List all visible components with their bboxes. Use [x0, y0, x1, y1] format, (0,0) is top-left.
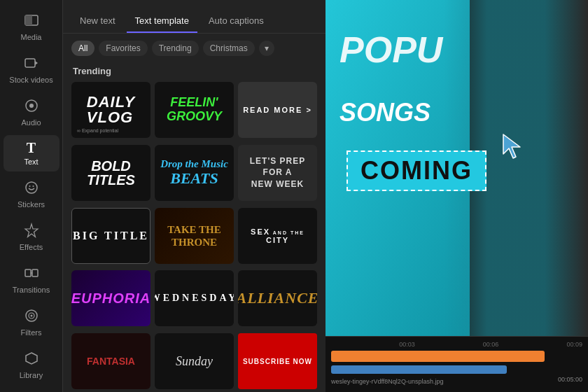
preview-coming-text: COMING: [346, 150, 486, 191]
template-lets-prep-text: LET'S PREPFOR ANEW WEEK: [250, 155, 306, 190]
tab-text-template[interactable]: Text template: [127, 10, 197, 33]
svg-marker-3: [35, 61, 38, 65]
tab-new-text[interactable]: New text: [71, 10, 124, 33]
template-beats[interactable]: Drop the MusicBEATS: [155, 145, 234, 201]
sidebar-item-label-library: Library: [20, 371, 43, 379]
template-sex-city[interactable]: SEX AND THE CITY: [238, 208, 317, 264]
text-panel: New text Text template Auto captions All…: [63, 0, 326, 392]
templates-grid: DAILYVLOG ∞ Expand potential FEELIN'GROO…: [63, 82, 326, 392]
effects-icon: [24, 223, 39, 240]
template-big-title-text: BIG TITLE: [73, 230, 149, 242]
template-subscribe[interactable]: SUBSCRIBE NOW: [238, 333, 317, 389]
timeline-marker-2: 00:06: [483, 341, 499, 348]
svg-rect-2: [25, 59, 35, 67]
sidebar-item-label-transitions: Transitions: [13, 286, 50, 294]
svg-point-7: [29, 186, 30, 187]
template-wednesday-text: WEDNESDAY: [155, 293, 234, 304]
template-alliance-text: ALLIANCE: [238, 289, 317, 307]
timeline-file-time: 00:05:00: [558, 376, 582, 385]
stock-videos-icon: [24, 55, 39, 73]
template-sex-city-text: SEX AND THE CITY: [238, 227, 317, 244]
template-lets-prep[interactable]: LET'S PREPFOR ANEW WEEK: [238, 145, 317, 201]
svg-marker-16: [503, 134, 520, 158]
template-feelin-groovy-text: FEELIN'GROOVY: [167, 96, 222, 124]
template-placeholder1[interactable]: FANTASIA: [71, 333, 150, 389]
template-read-more-text: READ MORE >: [243, 106, 312, 114]
svg-point-8: [32, 186, 34, 187]
filter-all[interactable]: All: [71, 41, 94, 56]
template-placeholder1-text: FANTASIA: [87, 356, 135, 367]
library-icon: [24, 351, 39, 368]
template-euphoria[interactable]: EUPHORIA: [71, 270, 150, 326]
template-sunday-text: Sunday: [176, 354, 213, 369]
svg-marker-15: [26, 353, 37, 364]
preview-popular-text: POPU: [340, 31, 442, 68]
template-bold-titles[interactable]: BOLDTITLES: [71, 145, 150, 201]
sidebar-item-label-text: Text: [24, 158, 38, 166]
sidebar-item-library[interactable]: Library: [4, 345, 59, 385]
preview-area: POPU SONGS COMING: [326, 0, 588, 336]
timeline-marker-3: 00:09: [566, 341, 582, 348]
svg-point-14: [30, 315, 32, 317]
sidebar-item-label-stickers: Stickers: [18, 200, 45, 209]
svg-marker-9: [25, 224, 38, 237]
template-take-throne[interactable]: TAKE THETHRONE: [155, 208, 234, 264]
template-wednesday[interactable]: WEDNESDAY: [155, 270, 234, 326]
svg-rect-10: [25, 270, 31, 276]
template-read-more[interactable]: READ MORE >: [238, 82, 317, 138]
timeline-markers: 00:03 00:06 00:09: [331, 341, 582, 348]
template-bold-titles-text: BOLDTITLES: [87, 159, 135, 187]
svg-point-6: [26, 182, 37, 193]
sidebar-item-label-effects: Effects: [20, 243, 43, 251]
template-take-throne-text: TAKE THETHRONE: [167, 223, 221, 248]
filter-christmas[interactable]: Christmas: [203, 41, 255, 56]
filter-more-dropdown[interactable]: ▾: [259, 41, 274, 56]
cursor-svg: [500, 133, 523, 160]
template-sunday[interactable]: Sunday: [155, 333, 234, 389]
filter-trending[interactable]: Trending: [152, 41, 199, 56]
tab-bar: New text Text template Auto captions: [63, 0, 326, 34]
template-subscribe-text: SUBSCRIBE NOW: [243, 358, 312, 365]
sidebar-item-text[interactable]: T Text: [4, 135, 59, 172]
chevron-down-icon: ▾: [265, 43, 269, 53]
sidebar-item-label-stock: Stock videos: [9, 76, 52, 84]
timeline-main-track[interactable]: [331, 351, 545, 362]
filter-bar: All Favorites Trending Christmas ▾: [63, 34, 326, 63]
sidebar-item-transitions[interactable]: Transitions: [4, 260, 59, 300]
sidebar-item-stock-videos[interactable]: Stock videos: [4, 50, 59, 90]
template-feelin-groovy[interactable]: FEELIN'GROOVY: [155, 82, 234, 138]
svg-rect-11: [32, 270, 38, 276]
svg-rect-1: [25, 15, 32, 25]
timeline: 00:03 00:06 00:09 wesley-tingey-rVdff8Nq…: [326, 336, 588, 392]
transitions-icon: [24, 265, 39, 283]
timeline-file-label: wesley-tingey-rVdff8Nql2Q-unsplash.jpg: [331, 378, 443, 385]
filter-favorites[interactable]: Favorites: [99, 41, 147, 56]
sidebar-item-stickers[interactable]: Stickers: [4, 174, 59, 214]
sidebar-item-label-media: Media: [21, 33, 42, 41]
svg-point-5: [29, 104, 34, 108]
preview-background: POPU SONGS COMING: [326, 0, 588, 336]
filters-icon: [24, 308, 39, 326]
template-alliance[interactable]: ALLIANCE: [238, 270, 317, 326]
sidebar-item-audio[interactable]: Audio: [4, 92, 59, 132]
template-daily-vlog-sub: ∞ Expand potential: [77, 128, 118, 134]
template-beats-text: Drop the MusicBEATS: [160, 158, 228, 187]
audio-icon: [24, 98, 39, 115]
preview-songs-text: SONGS: [340, 98, 430, 127]
template-daily-vlog-text: DAILYVLOG: [87, 94, 135, 125]
stickers-icon: [24, 180, 39, 197]
sidebar-item-label-audio: Audio: [21, 118, 41, 127]
template-euphoria-text: EUPHORIA: [71, 290, 150, 307]
timeline-secondary-track[interactable]: [331, 365, 507, 374]
tab-auto-captions[interactable]: Auto captions: [200, 10, 272, 33]
template-big-title[interactable]: BIG TITLE: [71, 208, 150, 264]
sidebar-item-label-filters: Filters: [21, 328, 42, 337]
sidebar: Media Stock videos Audio T Text: [0, 0, 63, 392]
trending-section-label: Trending: [63, 63, 326, 82]
template-daily-vlog[interactable]: DAILYVLOG ∞ Expand potential: [71, 82, 150, 138]
sidebar-item-media[interactable]: Media: [4, 7, 59, 47]
sidebar-item-filters[interactable]: Filters: [4, 302, 59, 342]
text-icon: T: [27, 141, 36, 155]
sidebar-item-effects[interactable]: Effects: [4, 217, 59, 257]
timeline-marker-1: 00:03: [399, 341, 415, 348]
